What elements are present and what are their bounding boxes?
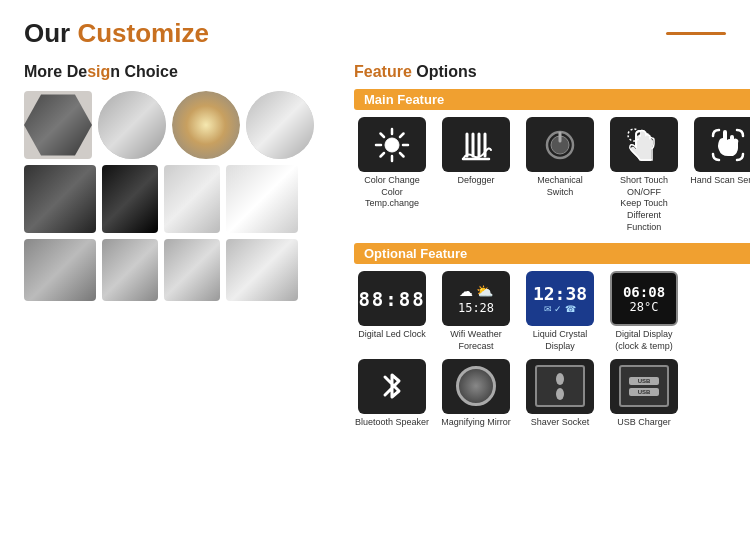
- usb-icon-box: USB USB: [610, 359, 678, 414]
- switch-icon-box: [526, 117, 594, 172]
- feature-item-wifi-weather: ☁ ⛅ 15:28 Wifi Weather Forecast: [438, 271, 514, 352]
- left-section: More Design Choice: [24, 63, 334, 435]
- design-grid: [24, 91, 334, 301]
- feature-title-highlight: Feature: [354, 63, 412, 80]
- svg-line-7: [400, 133, 404, 137]
- page-title: Our Customize: [24, 18, 209, 49]
- touch-icon-box: [610, 117, 678, 172]
- design-item-rect-lg: [226, 239, 298, 301]
- color-change-label: Color Change Color Temp.change: [354, 175, 430, 210]
- digital-led-icon-box: 88:88: [358, 271, 426, 326]
- shaver-icon-box: [526, 359, 594, 414]
- main-feature-band: Main Feature: [354, 89, 750, 110]
- touch-icon: [626, 127, 662, 163]
- defogger-label: Defogger: [457, 175, 494, 187]
- magnifying-mirror-circle: [456, 366, 496, 406]
- feature-item-digital-led: 88:88 Digital Led Clock: [354, 271, 430, 352]
- feature-item-lcd: 12:38 ✉ ✓ ☎ Liquid Crystal Display: [522, 271, 598, 352]
- svg-point-0: [385, 138, 399, 152]
- weather-top: ☁ ⛅: [459, 283, 494, 299]
- lcd-label: Liquid Crystal Display: [522, 329, 598, 352]
- design-row-2: [24, 165, 334, 233]
- design-item-oval: [246, 91, 314, 159]
- magnifying-label: Magnifying Mirror: [441, 417, 511, 429]
- hand-scan-icon-box: [694, 117, 750, 172]
- design-item-rect-sq: [102, 239, 158, 301]
- header-decoration-line: [666, 32, 726, 35]
- main-feature-icons: Color Change Color Temp.change: [354, 117, 750, 233]
- svg-line-6: [400, 153, 404, 157]
- color-change-icon-box: [358, 117, 426, 172]
- feature-item-switch: MechanicalSwitch: [522, 117, 598, 233]
- design-item-rect-black: [102, 165, 158, 233]
- optional-feature-row2: Bluetooth Speaker Magnifying Mirror: [354, 359, 750, 429]
- defogger-icon-box: [442, 117, 510, 172]
- shaver-socket-face: [535, 365, 585, 407]
- title-highlight: Customize: [77, 18, 208, 48]
- digital-led-label: Digital Led Clock: [358, 329, 426, 341]
- digital-led-icon: 88:88: [358, 288, 425, 310]
- design-item-round-glow: [172, 91, 240, 159]
- header: Our Customize: [24, 18, 726, 49]
- bluetooth-label: Bluetooth Speaker: [355, 417, 429, 429]
- bluetooth-icon-box: [358, 359, 426, 414]
- defogger-icon: [457, 126, 495, 164]
- page: Our Customize More Design Choice: [0, 0, 750, 536]
- design-item-round: [98, 91, 166, 159]
- design-item-rect-b: [164, 239, 220, 301]
- digital-display-content: 06:08 28°C: [623, 284, 665, 314]
- design-item-rect-plain: [226, 165, 298, 233]
- switch-icon: [543, 128, 577, 162]
- touch-label: Short Touch ON/OFFKeep Touch DifferentFu…: [606, 175, 682, 233]
- feature-item-shaver: Shaver Socket: [522, 359, 598, 429]
- digital-display-icon-box: 06:08 28°C: [610, 271, 678, 326]
- design-item-hexagon: [24, 91, 92, 159]
- design-row-3: [24, 239, 334, 301]
- hand-scan-icon: [709, 126, 747, 164]
- design-item-rect-frame: [24, 239, 96, 301]
- title-prefix: Our: [24, 18, 77, 48]
- design-row-1: [24, 91, 334, 159]
- feature-item-color-change: Color Change Color Temp.change: [354, 117, 430, 233]
- hand-scan-label: Hand Scan Sensor: [690, 175, 750, 187]
- sun-icon: [373, 126, 411, 164]
- lcd-icon-box: 12:38 ✉ ✓ ☎: [526, 271, 594, 326]
- design-section-title: More Design Choice: [24, 63, 334, 81]
- bluetooth-icon: [377, 367, 407, 405]
- magnifying-icon-box: [442, 359, 510, 414]
- feature-item-digital-display: 06:08 28°C Digital Display(clock & temp): [606, 271, 682, 352]
- feature-section-title: Feature Options: [354, 63, 750, 81]
- usb-label: USB Charger: [617, 417, 671, 429]
- optional-feature-band: Optional Feature: [354, 243, 750, 264]
- wifi-weather-label: Wifi Weather Forecast: [438, 329, 514, 352]
- design-item-rect-light: [164, 165, 220, 233]
- wifi-weather-icon-box: ☁ ⛅ 15:28: [442, 271, 510, 326]
- shaver-label: Shaver Socket: [531, 417, 590, 429]
- design-item-rect-dark: [24, 165, 96, 233]
- usb-socket-face: USB USB: [619, 365, 669, 407]
- weather-time: 15:28: [458, 301, 494, 315]
- lcd-display: 12:38 ✉ ✓ ☎: [533, 283, 587, 314]
- optional-feature-row1: 88:88 Digital Led Clock ☁ ⛅ 15:28 Wifi W…: [354, 271, 750, 352]
- svg-line-8: [381, 153, 385, 157]
- feature-item-usb: USB USB USB Charger: [606, 359, 682, 429]
- switch-label: MechanicalSwitch: [537, 175, 583, 198]
- feature-item-bluetooth: Bluetooth Speaker: [354, 359, 430, 429]
- main-content: More Design Choice: [24, 63, 726, 435]
- digital-display-label: Digital Display(clock & temp): [615, 329, 673, 352]
- feature-item-magnifying: Magnifying Mirror: [438, 359, 514, 429]
- feature-item-touch: Short Touch ON/OFFKeep Touch DifferentFu…: [606, 117, 682, 233]
- svg-line-5: [381, 133, 385, 137]
- feature-item-hand-scan: Hand Scan Sensor: [690, 117, 750, 233]
- feature-item-defogger: Defogger: [438, 117, 514, 233]
- right-section: Feature Options Main Feature: [354, 63, 750, 435]
